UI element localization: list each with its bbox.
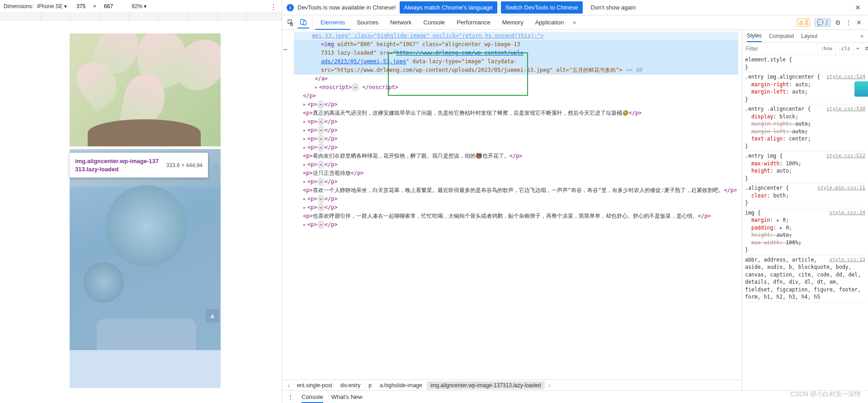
- drawer-tab-console[interactable]: Console: [302, 394, 323, 403]
- more-menu-icon[interactable]: ⋮: [845, 19, 852, 26]
- dom-p12c: </p>: [724, 187, 737, 193]
- tab-computed[interactable]: Computed: [769, 33, 794, 39]
- dom-p10c: </p>: [351, 170, 364, 176]
- dom-p3[interactable]: <p>: [303, 110, 313, 116]
- ruler: [0, 13, 282, 21]
- tab-console[interactable]: Console: [418, 15, 451, 30]
- bc-item-2[interactable]: p: [365, 381, 375, 389]
- dom-p7[interactable]: <p>: [307, 144, 317, 150]
- dom-attrs2: " data-lazy-type="image" lazydata-: [406, 58, 517, 65]
- dom-p10[interactable]: <p>: [303, 170, 313, 176]
- viewport-area: img.aligncenter.wp-image-137 313.lazy-lo…: [0, 21, 282, 403]
- preview-image-1[interactable]: [70, 33, 221, 146]
- gutter-dots-icon[interactable]: ⋯: [283, 45, 287, 54]
- dom-p13[interactable]: <p>: [307, 196, 317, 202]
- more-styles-tabs-icon[interactable]: »: [860, 33, 863, 39]
- more-tabs-icon[interactable]: »: [570, 19, 579, 26]
- dom-p8[interactable]: <p>: [303, 153, 313, 159]
- dom-p4[interactable]: <p>: [307, 118, 317, 125]
- more-options-icon[interactable]: ⋮: [270, 3, 277, 11]
- cls-button[interactable]: .cls: [835, 42, 854, 55]
- tab-elements[interactable]: Elements: [315, 15, 350, 30]
- warnings-badge[interactable]: ⚠2: [797, 19, 811, 27]
- dom-para5: 也喜欢呼朋引伴，一群人凑在一起聊聊家常，忙忙吃喝，大锅炖个骨头或者鸡鹅，贴个杂粮…: [313, 213, 698, 219]
- dom-p15c: </p>: [698, 213, 711, 219]
- zoom-select[interactable]: 92% ▾: [130, 2, 148, 10]
- inspect-element-icon[interactable]: [285, 17, 297, 28]
- bc-item-0[interactable]: ent.single-post: [293, 381, 336, 389]
- bc-item-4[interactable]: img.aligncenter.wp-image-137313.lazy-loa…: [427, 381, 545, 389]
- preview-image-2[interactable]: [70, 149, 221, 350]
- bc-item-3[interactable]: a.highslide-image: [376, 381, 426, 389]
- breadcrumb-left-icon[interactable]: ‹: [285, 382, 292, 389]
- dom-para3: 这只正含苞待放: [313, 170, 351, 176]
- language-infobar: i DevTools is now available in Chinese! …: [282, 0, 868, 15]
- dom-tree[interactable]: ⋯ mei-53.jpeg" class="highslide-image" o…: [282, 30, 742, 380]
- csdn-watermark: CSDN @小白村第一深情: [790, 390, 861, 398]
- dom-eq-$0: == $0: [623, 67, 642, 73]
- settings-icon[interactable]: ⚙: [835, 19, 841, 26]
- tab-performance[interactable]: Performance: [451, 15, 495, 30]
- dom-p8c: </p>: [509, 153, 523, 159]
- tooltip-selector-2: 313.lazy-loaded: [75, 165, 159, 173]
- dom-img-open: <img: [321, 41, 334, 47]
- messages-badge[interactable]: 💬2: [815, 19, 830, 27]
- dom-p-close1: </p>: [303, 93, 316, 99]
- dom-noscript-close: </noscript>: [359, 84, 398, 90]
- rules-list[interactable]: element.style {}style.css:524.entry img.…: [742, 55, 868, 390]
- dom-close-a: </a>: [315, 75, 328, 82]
- dom-url1b[interactable]: ads/2023/05/juemei-53.jpeg: [321, 58, 406, 65]
- drawer-tab-whatsnew[interactable]: What's New: [331, 394, 363, 400]
- info-text: DevTools is now available in Chinese!: [297, 4, 396, 11]
- dom-noscript[interactable]: <noscript>: [319, 84, 352, 90]
- dom-p12[interactable]: <p>: [303, 187, 313, 193]
- dom-url1[interactable]: https://www.drlmeng.com/wp-content/uplo: [396, 50, 524, 56]
- tab-application[interactable]: Application: [530, 15, 570, 30]
- match-language-button[interactable]: Always match Chrome's language: [400, 1, 497, 14]
- elements-panel: ⋯ mei-53.jpeg" class="highslide-image" o…: [282, 30, 742, 390]
- dont-show-again-button[interactable]: Don't show again: [586, 1, 640, 14]
- dom-p14[interactable]: <p>: [307, 204, 317, 211]
- switch-to-chinese-button[interactable]: Switch DevTools to Chinese: [501, 1, 583, 14]
- bc-item-1[interactable]: div.entry: [337, 381, 364, 389]
- device-preview-panel: Dimensions: iPhone SE ▾ × 92% ▾ ⋮: [0, 0, 282, 403]
- device-select[interactable]: iPhone SE ▾: [35, 2, 69, 10]
- dom-p9c: </p>: [325, 161, 338, 168]
- dom-p15[interactable]: <p>: [303, 213, 313, 219]
- dom-attrs1b: 7313 lazy-loaded" src=": [321, 50, 396, 56]
- width-input[interactable]: [71, 3, 91, 9]
- styles-filter-input[interactable]: [742, 46, 817, 52]
- new-rule-button[interactable]: +: [853, 42, 862, 55]
- close-devtools-icon[interactable]: ✕: [856, 19, 862, 26]
- styles-filter-row: :hov .cls + ⧉ ◧: [742, 42, 868, 55]
- side-badge-icon[interactable]: [854, 81, 868, 97]
- dom-p2[interactable]: <p>: [307, 101, 317, 108]
- info-icon: i: [287, 4, 294, 11]
- dom-p6[interactable]: <p>: [307, 136, 317, 142]
- tab-memory[interactable]: Memory: [497, 15, 529, 30]
- dom-p4c: </p>: [325, 118, 338, 125]
- close-infobar-icon[interactable]: ✕: [852, 4, 863, 12]
- device-toggle-icon[interactable]: [297, 17, 309, 28]
- breadcrumb-right-icon[interactable]: ›: [546, 382, 553, 389]
- hov-button[interactable]: :hov: [817, 42, 835, 55]
- dom-p7c: </p>: [325, 144, 338, 150]
- device-toolbar: Dimensions: iPhone SE ▾ × 92% ▾ ⋮: [0, 0, 282, 13]
- dom-p16[interactable]: <p>: [307, 221, 317, 228]
- scroll-to-top-button[interactable]: ▲: [206, 309, 219, 323]
- tab-network[interactable]: Network: [385, 15, 417, 30]
- devtools-tabbar: Elements Sources Network Console Perform…: [282, 15, 868, 30]
- dom-p5[interactable]: <p>: [307, 127, 317, 133]
- layers-button[interactable]: ⧉: [862, 42, 868, 55]
- tooltip-dimensions: 333.6 × 444.94: [166, 162, 203, 169]
- styles-panel: Styles Computed Layout » :hov .cls + ⧉ ◧…: [742, 30, 868, 390]
- breadcrumb-bar: ‹ ent.single-post div.entry p a.highslid…: [282, 380, 742, 390]
- height-input[interactable]: [98, 3, 119, 9]
- tab-layout[interactable]: Layout: [801, 33, 817, 39]
- dom-p9[interactable]: <p>: [307, 161, 317, 168]
- drawer-menu-icon[interactable]: ⋮: [288, 394, 293, 400]
- tab-sources[interactable]: Sources: [351, 15, 384, 30]
- tab-styles[interactable]: Styles: [747, 33, 762, 42]
- dom-attrs1: width="800" height="1067" class="alignce…: [334, 41, 520, 47]
- dom-p11[interactable]: <p>: [307, 178, 317, 185]
